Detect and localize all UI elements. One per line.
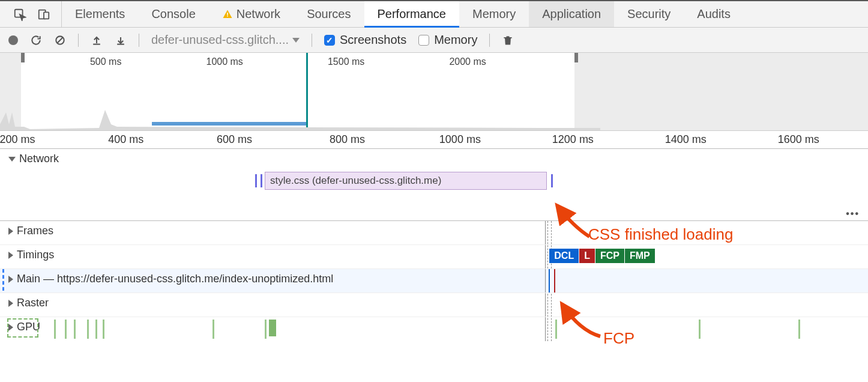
timing-badge-fcp[interactable]: FCP: [595, 249, 624, 263]
timing-badge-l[interactable]: L: [579, 249, 595, 263]
tab-application[interactable]: Application: [529, 1, 614, 27]
lane-network-label: Network: [19, 153, 59, 165]
main-ruler: 200 ms 400 ms 600 ms 800 ms 1000 ms 1200…: [0, 131, 868, 149]
upload-profile-button[interactable]: [91, 34, 103, 46]
ruler-tick-label: 400 ms: [108, 133, 143, 146]
lane-main-label: Main — https://defer-unused-css.glitch.m…: [17, 273, 333, 285]
tab-network[interactable]: Network: [209, 1, 294, 27]
lane-timings: Timings DCL L FCP FMP: [0, 245, 868, 269]
gpu-task-tick: [555, 320, 557, 339]
network-entry-label: style.css (defer-unused-css.glitch.me): [270, 175, 441, 187]
marker-line: [545, 269, 546, 293]
tab-audits[interactable]: Audits: [684, 1, 744, 27]
ruler-tick-label: 1400 ms: [665, 133, 707, 146]
lane-frames-label: Frames: [17, 225, 53, 237]
gpu-dashed-region: [7, 318, 38, 338]
lane-toggle-raster[interactable]: [8, 300, 13, 307]
more-indicator: •••: [846, 208, 860, 219]
lane-toggle-network[interactable]: [8, 157, 16, 162]
devtools-tabbar: Elements Console Network Sources Perform…: [0, 1, 868, 28]
lane-raster-label: Raster: [17, 297, 49, 309]
ruler-tick-label: 200 ms: [0, 133, 35, 146]
tab-console[interactable]: Console: [138, 1, 208, 27]
gpu-task-tick: [212, 320, 214, 339]
memory-label: Memory: [434, 33, 477, 47]
gpu-task-tick: [87, 320, 89, 339]
gpu-task-tick: [74, 320, 76, 339]
gpu-task-tick: [265, 320, 267, 339]
lane-toggle-main[interactable]: [8, 276, 13, 283]
toolbar-separator: [312, 34, 312, 47]
overview-handle-left[interactable]: [21, 53, 25, 62]
gpu-task-tick: [699, 320, 701, 339]
svg-rect-4: [227, 16, 228, 17]
ruler-tick-label: 1000 ms: [439, 133, 481, 146]
gpu-task-tick: [103, 320, 104, 339]
network-entry-stylecss[interactable]: style.css (defer-unused-css.glitch.me): [265, 172, 547, 190]
ruler-tick-label: 1200 ms: [552, 133, 594, 146]
overview-tick-label: 1500 ms: [328, 56, 364, 67]
memory-checkbox[interactable]: Memory: [418, 33, 477, 47]
ruler-tick-label: 800 ms: [330, 133, 365, 146]
overview-cpu-spark: [0, 106, 600, 130]
svg-rect-2: [44, 12, 49, 19]
svg-rect-6: [504, 37, 512, 38]
tabbar-left-controls: [0, 1, 62, 27]
overview-tick-label: 2000 ms: [449, 56, 486, 67]
main-thread-indicator: [2, 269, 4, 293]
ruler-tick-label: 600 ms: [217, 133, 252, 146]
lane-main: Main — https://defer-unused-css.glitch.m…: [0, 269, 868, 293]
lane-gpu: GPU: [0, 317, 868, 341]
network-request-end-marker: [551, 174, 553, 187]
tab-security[interactable]: Security: [614, 1, 684, 27]
overview-tick-label: 500 ms: [90, 56, 121, 67]
gpu-task-tick: [95, 320, 97, 339]
tab-sources[interactable]: Sources: [294, 1, 364, 27]
overview-mask-right: [574, 53, 868, 130]
checkbox-unchecked-icon: [418, 35, 429, 46]
network-request-start-marker: [261, 174, 262, 187]
tab-performance[interactable]: Performance: [364, 1, 460, 27]
svg-rect-3: [227, 13, 228, 16]
screenshots-checkbox[interactable]: Screenshots: [324, 33, 406, 47]
marker-dcl-line: [549, 269, 550, 293]
garbage-collect-button[interactable]: [502, 34, 514, 47]
flamechart[interactable]: Network style.css (defer-unused-css.glit…: [0, 149, 868, 341]
timeline-overview[interactable]: 500 ms 1000 ms 1500 ms 2000 ms 2500 ms 3…: [0, 53, 868, 131]
lane-toggle-timings[interactable]: [8, 252, 13, 259]
performance-toolbar: defer-unused-css.glitch.... Screenshots …: [0, 28, 868, 53]
download-profile-button[interactable]: [115, 34, 127, 46]
tab-memory[interactable]: Memory: [459, 1, 529, 27]
recording-dropdown-label: defer-unused-css.glitch....: [151, 33, 289, 47]
gpu-task-tick: [65, 320, 67, 339]
reload-button[interactable]: [30, 34, 42, 46]
clear-button[interactable]: [54, 34, 66, 46]
network-request-start-marker: [255, 174, 257, 187]
inspect-icon[interactable]: [13, 8, 26, 21]
gpu-task-tick: [798, 320, 800, 339]
lane-timings-label: Timings: [17, 249, 54, 261]
timing-badge-fmp[interactable]: FMP: [625, 249, 655, 263]
chevron-down-icon: [292, 38, 300, 43]
timing-badge-dcl[interactable]: DCL: [549, 249, 579, 263]
device-toolbar-icon[interactable]: [37, 8, 50, 21]
marker-load-line: [554, 269, 555, 293]
gpu-task-block: [269, 320, 276, 336]
toolbar-separator: [489, 34, 490, 47]
lane-toggle-frames[interactable]: [8, 228, 13, 235]
gpu-task-tick: [54, 320, 56, 339]
tab-network-label: Network: [237, 7, 280, 21]
warning-icon: [222, 9, 233, 20]
lane-network: Network style.css (defer-unused-css.glit…: [0, 149, 868, 221]
tab-elements[interactable]: Elements: [62, 1, 138, 27]
ruler-tick-label: 1600 ms: [778, 133, 819, 146]
lane-raster: Raster: [0, 293, 868, 317]
toolbar-separator: [78, 34, 79, 47]
toolbar-separator: [139, 34, 139, 47]
recording-dropdown[interactable]: defer-unused-css.glitch....: [151, 33, 300, 47]
lane-frames: Frames: [0, 221, 868, 245]
overview-handle-right[interactable]: [574, 53, 578, 62]
screenshots-label: Screenshots: [340, 33, 406, 47]
record-button[interactable]: [8, 35, 18, 45]
overview-tick-label: 1000 ms: [206, 56, 243, 67]
